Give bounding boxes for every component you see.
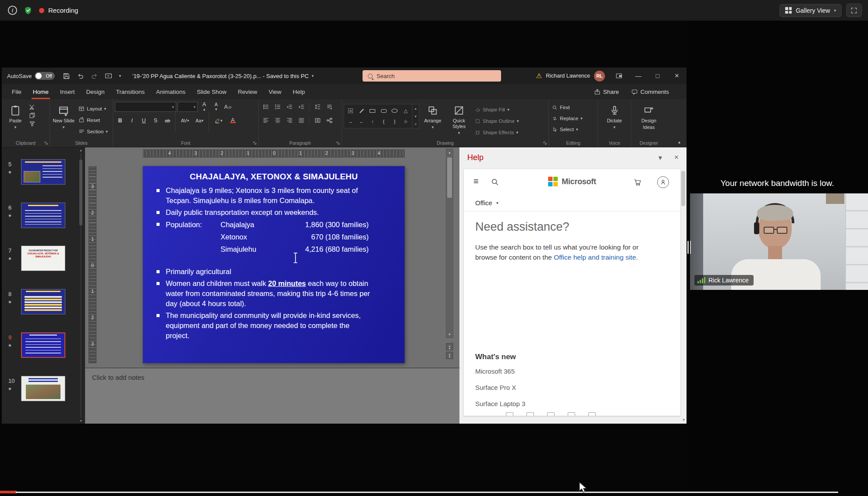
italic-button[interactable]: I [127,116,137,125]
shape-gallery-scroll[interactable]: ▴ ▾ ≡ [412,104,419,128]
gallery-more-icon[interactable]: ≡ [415,122,417,126]
thumbnail-slide-7[interactable]: 7★CLEAN WATER PROJECT FORCHAJALAJYA, XET… [2,246,85,274]
cut-icon[interactable] [29,104,36,111]
highlight-color-button[interactable]: ▾ [212,116,225,125]
document-title[interactable]: '19-'20 PP Agua Caliente & Paxorotot (3-… [132,73,314,79]
thumbnail-preview[interactable] [21,332,65,358]
new-slide-button[interactable]: New Slide ▾ [52,101,75,139]
slide-body-text[interactable]: Chajalajya is 9 miles; Xetonox is 3 mile… [143,186,405,343]
scroll-up-icon[interactable]: ▴ [446,149,453,156]
copy-icon[interactable] [29,112,36,119]
chevron-up-icon[interactable]: ▴ [415,107,416,111]
font-size-combo[interactable]: ▾ [178,102,198,112]
tab-animations[interactable]: Animations [150,84,191,99]
design-ideas-button[interactable]: Design Ideas [637,101,661,139]
convert-smartart-button[interactable] [324,116,334,125]
increase-indent-button[interactable] [296,102,306,112]
align-left-button[interactable] [260,116,271,125]
scrollbar-track[interactable] [80,153,82,417]
font-name-combo[interactable]: ▾ [115,102,176,112]
save-icon[interactable] [63,72,70,80]
vertical-ruler[interactable]: 3210123 [89,166,96,363]
fullscreen-button[interactable] [846,4,862,17]
bullets-button[interactable] [260,102,271,112]
font-dialog-launcher-icon[interactable] [253,141,257,145]
encryption-shield-icon[interactable] [24,6,32,15]
notes-pane[interactable]: Click to add notes [85,368,459,424]
underline-button[interactable]: U [139,116,149,125]
redo-icon[interactable] [91,72,98,80]
find-button[interactable]: Find [551,103,596,112]
reset-button[interactable]: Reset [77,115,109,125]
slide-title[interactable]: CHAJALAJYA, XETONOX & SIMAJULEHU [143,172,405,182]
whats-new-link-surface-laptop-3[interactable]: Surface Laptop 3 [475,400,525,407]
customize-qat-chevron-icon[interactable]: ▾ [119,74,121,78]
tab-help[interactable]: Help [287,84,311,99]
quick-styles-button[interactable]: Quick Styles ▾ [446,101,472,139]
account-icon[interactable] [657,176,669,188]
select-button[interactable]: Select ▾ [551,125,596,134]
undo-icon[interactable] [77,72,84,80]
font-color-button[interactable]: A [226,116,239,125]
thumbnail-preview[interactable] [21,289,65,314]
arrange-button[interactable]: Arrange ▾ [421,101,445,139]
shape-line-icon[interactable] [359,111,364,111]
slide-bullet[interactable]: The municipality and community will prov… [143,310,405,341]
layout-button[interactable]: Layout ▾ [77,104,109,114]
shape-fill-button[interactable]: Shape Fill ▾ [473,105,520,114]
slide-vertical-scrollbar[interactable]: ▴ ▾ [446,149,453,338]
comments-button[interactable]: Comments [631,89,669,95]
info-icon[interactable]: i [8,6,17,15]
drawing-dialog-launcher-icon[interactable] [543,141,547,145]
tab-file[interactable]: File [6,84,27,99]
tab-insert[interactable]: Insert [54,84,81,99]
share-button[interactable]: Share [594,89,619,95]
shape-rectangle-icon[interactable] [370,109,375,113]
autosave-toggle[interactable]: Off [35,72,55,80]
shape-brace-right-icon[interactable]: } [394,119,395,124]
slide-bullet[interactable]: Primarily agricultural [143,267,405,277]
dictate-button[interactable]: Dictate ▾ [603,101,626,139]
participant-video[interactable]: Rick Lawrence [690,193,868,290]
scroll-down-icon[interactable]: ▾ [683,417,685,422]
chevron-down-icon[interactable]: ▾ [415,114,416,118]
paragraph-dialog-launcher-icon[interactable] [336,141,340,145]
clipboard-dialog-launcher-icon[interactable] [44,141,48,145]
thumbnail-slide-6[interactable]: 6★ [2,203,85,231]
minimize-button[interactable]: — [629,68,648,84]
whats-new-link-surface-pro-x[interactable]: Surface Pro X [475,384,516,391]
gallery-view-button[interactable]: Gallery View ▾ [779,4,842,17]
thumbnail-scrollbar[interactable]: ▴ ▾ [78,148,84,423]
whats-new-link-microsoft-365[interactable]: Microsoft 365 [475,368,515,375]
thumbnail-slide-10[interactable]: 10★ [2,376,85,404]
justify-button[interactable] [296,116,306,125]
thumbnail-preview[interactable] [21,203,65,228]
clear-formatting-button[interactable]: A [223,102,233,112]
thumbnail-preview[interactable] [21,159,65,185]
scroll-up-icon[interactable]: ▴ [80,148,82,152]
office-help-link[interactable]: Office help and training site [554,253,636,261]
thumbnail-slide-5[interactable]: 5★ [2,159,85,187]
slide-bullet[interactable]: Daily public transportation except on we… [143,207,405,218]
help-scrollbar[interactable] [681,171,685,408]
change-case-button[interactable]: Aa▾ [193,116,206,125]
close-button[interactable]: × [667,68,687,84]
shape-arrow-up-icon[interactable]: ↑ [371,119,374,124]
cart-icon[interactable] [633,178,642,186]
scrollbar-thumb[interactable] [447,157,452,198]
horizontal-ruler[interactable]: 432101234 [143,150,405,157]
warning-icon[interactable]: ⚠ [536,72,542,80]
search-box[interactable]: Search [363,70,501,82]
slide-bullet[interactable]: Chajalajya is 9 miles; Xetonox is 3 mile… [143,186,405,206]
thumbnail-slide-9[interactable]: 9★ [2,332,85,360]
shape-triangle-icon[interactable]: △ [404,108,407,113]
pane-options-chevron-icon[interactable]: ▾ [658,153,662,162]
strikethrough-button[interactable]: ab [162,116,173,125]
next-slide-button[interactable]: ▾▾ [446,352,453,359]
scroll-down-icon[interactable]: ▾ [80,419,82,423]
maximize-button[interactable]: □ [648,68,667,84]
office-dropdown[interactable]: Office ▾ [464,195,680,211]
slide-bullet[interactable]: Women and children must walk 20 minutes … [143,278,405,309]
shape-star-icon[interactable]: ☆ [403,119,408,124]
shape-rounded-rectangle-icon[interactable] [381,109,387,113]
